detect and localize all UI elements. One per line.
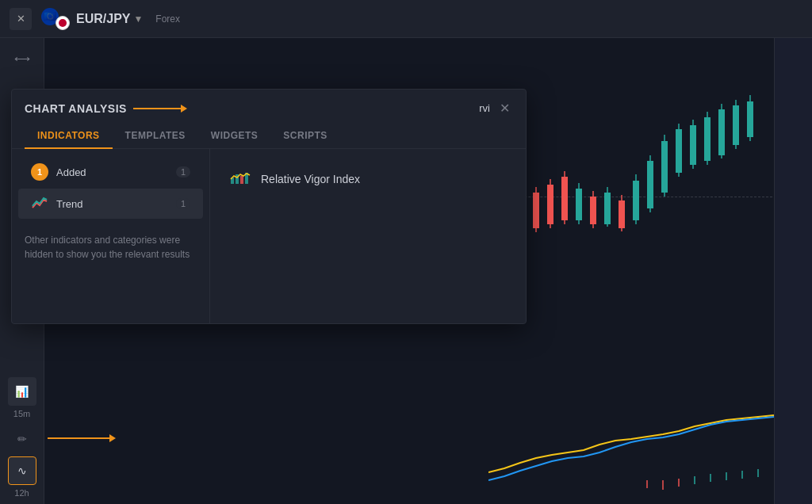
candlestick-icon: 📊 <box>15 385 29 398</box>
time-label: 15m <box>13 409 30 418</box>
tab-indicators[interactable]: INDICATORS <box>25 124 113 149</box>
svg-rect-46 <box>240 176 243 184</box>
indicator-rvi-name: Relative Vigor Index <box>261 173 360 185</box>
modal-header: CHART ANALYSIS rvi ✕ <box>12 90 526 117</box>
pair-dropdown-arrow[interactable]: ▼ <box>133 13 143 25</box>
close-button[interactable]: ✕ <box>10 8 32 30</box>
chart-type-button[interactable]: 📊 <box>8 377 36 406</box>
indicator-rvi-icon <box>229 168 251 190</box>
trend-icon <box>31 195 48 212</box>
category-trend[interactable]: Trend 1 <box>18 189 203 219</box>
pencil-icon: ✏ <box>17 433 27 445</box>
modal-body: 1 Added 1 Trend 1 Other indicators and c… <box>12 149 526 323</box>
modal-tabs: INDICATORS TEMPLATES WIDGETS SCRIPTS <box>12 124 526 149</box>
tab-widgets[interactable]: WIDGETS <box>198 124 271 149</box>
indicator-rvi[interactable]: Relative Vigor Index <box>223 162 513 197</box>
category-added[interactable]: 1 Added 1 <box>18 157 203 187</box>
pair-subtitle: Forex <box>155 13 180 25</box>
oscillator-chart <box>488 401 774 504</box>
hidden-notice: Other indicators and categories were hid… <box>12 220 209 274</box>
wave-icon: ∿ <box>17 464 27 477</box>
header: ✕ 🇪🇺 EUR/JPY ▼ Forex <box>0 0 812 38</box>
wave-button[interactable]: ∿ <box>8 456 36 485</box>
currency-flags: 🇪🇺 <box>41 8 70 30</box>
draw-button[interactable]: ✏ <box>8 425 36 453</box>
bottom-time-label: 12h <box>14 488 29 498</box>
candlestick-chart <box>488 38 774 307</box>
category-trend-label: Trend <box>56 198 176 210</box>
search-arrow <box>133 105 187 113</box>
search-value: rvi <box>479 102 490 114</box>
chart-analysis-modal: CHART ANALYSIS rvi ✕ INDICATORS TEMPLATE… <box>11 89 527 324</box>
added-count: 1 <box>176 166 190 178</box>
left-panel: 1 Added 1 Trend 1 Other indicators and c… <box>12 149 210 323</box>
trend-count: 1 <box>176 198 190 209</box>
tab-templates[interactable]: TEMPLATES <box>113 124 198 149</box>
close-icon: ✕ <box>17 13 25 25</box>
modal-title: CHART ANALYSIS <box>25 102 127 115</box>
arrows-icon: ⟷ <box>14 52 30 65</box>
tab-scripts[interactable]: SCRIPTS <box>270 124 340 149</box>
jp-flag <box>56 16 70 30</box>
modal-search-area: rvi ✕ <box>479 99 513 117</box>
modal-close-button[interactable]: ✕ <box>496 99 513 117</box>
sidebar-arrow-annotation <box>48 434 116 442</box>
sidebar-arrow-line <box>48 437 111 439</box>
right-panel: Relative Vigor Index <box>210 149 526 323</box>
price-axis <box>774 38 812 504</box>
sidebar-arrow-head <box>109 434 116 442</box>
pair-title: EUR/JPY <box>76 12 130 26</box>
added-badge: 1 <box>31 163 48 181</box>
category-added-label: Added <box>56 166 176 178</box>
arrows-button[interactable]: ⟷ <box>8 44 36 73</box>
